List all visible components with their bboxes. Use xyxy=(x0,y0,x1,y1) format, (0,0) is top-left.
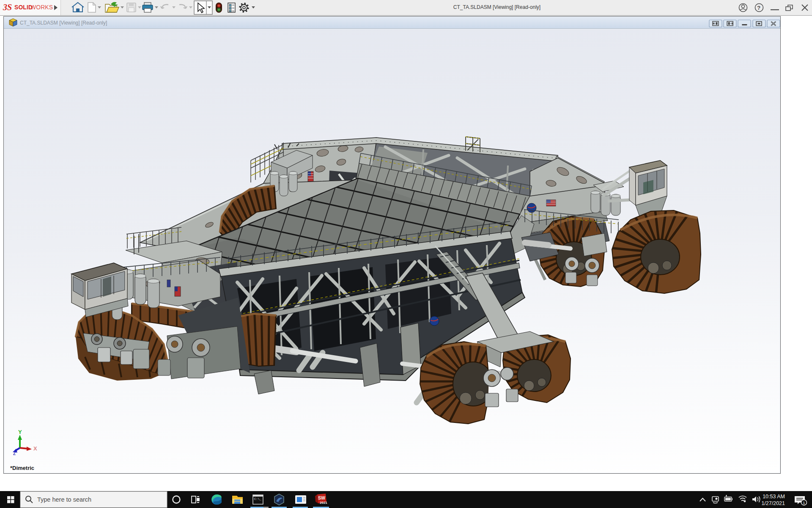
svg-text:?: ? xyxy=(757,5,760,11)
svg-text:SOLID: SOLID xyxy=(14,4,33,11)
svg-text:C:\_: C:\_ xyxy=(254,497,262,501)
svg-text:3S: 3S xyxy=(3,3,12,12)
svg-text:X: X xyxy=(33,445,37,452)
svg-text:1/27/2021: 1/27/2021 xyxy=(761,500,785,506)
svg-text:SW: SW xyxy=(318,495,325,500)
svg-text:1: 1 xyxy=(803,500,805,505)
svg-text:Type here to search: Type here to search xyxy=(37,496,91,503)
svg-text:10:53 AM: 10:53 AM xyxy=(763,494,785,500)
svg-text:Y: Y xyxy=(18,429,22,435)
svg-text:Z: Z xyxy=(13,451,16,456)
svg-text:WORKS: WORKS xyxy=(30,4,53,11)
svg-text:2021: 2021 xyxy=(320,501,327,505)
